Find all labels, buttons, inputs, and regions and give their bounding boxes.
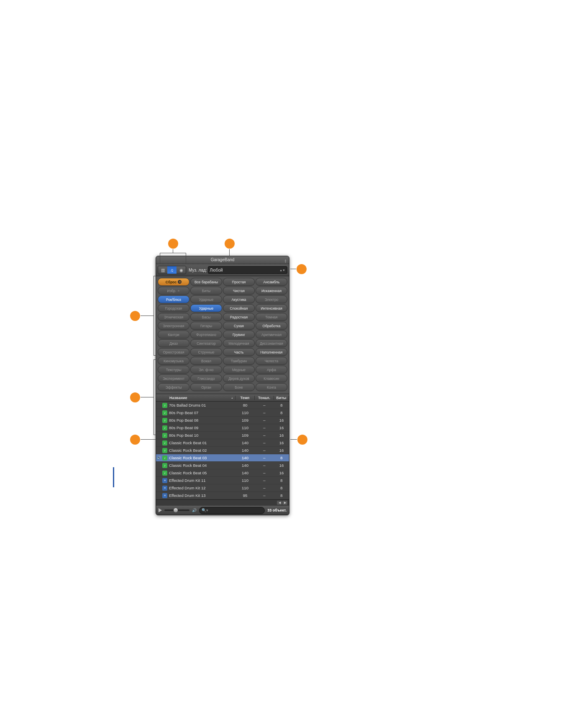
loop-key: – bbox=[255, 448, 274, 453]
column-key[interactable]: Тонал. bbox=[255, 396, 274, 400]
callout-line bbox=[173, 249, 173, 253]
loop-key: – bbox=[255, 493, 274, 498]
tag-часть[interactable]: Часть bbox=[223, 348, 255, 356]
loop-row[interactable]: ♪70s Ballad Drums 0180–8 bbox=[156, 402, 289, 409]
tag-искаженная[interactable]: Искаженная bbox=[256, 287, 287, 295]
loop-tempo: 80 bbox=[235, 403, 255, 407]
podcast-view-button[interactable]: ◉ bbox=[177, 266, 186, 274]
loop-row[interactable]: ♪80s Pop Beat 10109–16 bbox=[156, 432, 289, 439]
tag-ансамбль[interactable]: Ансамбль bbox=[256, 278, 287, 286]
loop-tempo: 140 bbox=[235, 448, 255, 453]
settings-dropdown-icon[interactable]: ‡ bbox=[284, 257, 287, 265]
tag-акустика[interactable]: Акустика bbox=[223, 295, 255, 303]
tag-конга[interactable]: Конга bbox=[256, 383, 287, 391]
loop-row[interactable]: ♪Classic Rock Beat 02140–16 bbox=[156, 447, 289, 454]
tag-синтезатор[interactable]: Синтезатор bbox=[190, 339, 222, 347]
loop-row[interactable]: ≡Effected Drum Kit 11110–8 bbox=[156, 477, 289, 484]
play-button[interactable] bbox=[159, 508, 162, 512]
search-field[interactable]: 🔍▾ bbox=[199, 507, 265, 514]
tag-все-барабаны[interactable]: Все барабаны bbox=[190, 278, 222, 286]
tag-клавесин[interactable]: Клавесин bbox=[256, 374, 287, 382]
tag-арфа[interactable]: Арфа bbox=[256, 366, 287, 374]
tag-радостная[interactable]: Радостная bbox=[223, 313, 255, 321]
tag-ударные[interactable]: Ударные bbox=[190, 295, 222, 303]
tag-спокойная[interactable]: Спокойная bbox=[223, 304, 255, 312]
tag-басы[interactable]: Басы bbox=[190, 313, 222, 321]
tag-наполненная[interactable]: Наполненная bbox=[256, 348, 287, 356]
tag-обработка[interactable]: Обработка bbox=[256, 322, 287, 330]
dropdown-arrows-icon: ▲▼ bbox=[279, 269, 285, 272]
tag-избр-[interactable]: Избр.★ bbox=[158, 287, 189, 295]
loop-key: – bbox=[255, 471, 274, 475]
audio-loop-icon: ≡ bbox=[162, 486, 167, 491]
loop-row[interactable]: ♪Classic Rock Beat 05140–16 bbox=[156, 469, 289, 477]
tag-аритмичная[interactable]: Аритмичная bbox=[256, 331, 287, 339]
scale-dropdown[interactable]: Любой ▲▼ bbox=[208, 266, 287, 274]
tag-медные[interactable]: Медные bbox=[223, 366, 255, 374]
tag-джаз[interactable]: Джаз bbox=[158, 339, 189, 347]
tag-этническая[interactable]: Этническая bbox=[158, 313, 189, 321]
tag-ударные[interactable]: Ударные bbox=[190, 304, 222, 312]
button-view-button[interactable]: ♫ bbox=[167, 266, 177, 274]
tag-мелодичная[interactable]: Мелодичная bbox=[223, 339, 255, 347]
tag-глиссандо[interactable]: Глиссандо bbox=[190, 374, 222, 382]
tag-киномузыка[interactable]: Киномузыка bbox=[158, 357, 189, 365]
tag-грувинг[interactable]: Грувинг bbox=[223, 331, 255, 339]
tag-текстуры[interactable]: Текстуры bbox=[158, 366, 189, 374]
loop-row[interactable]: ♪80s Pop Beat 08109–16 bbox=[156, 417, 289, 424]
reset-x-icon: ✕ bbox=[178, 280, 182, 284]
tag-боне[interactable]: Боне bbox=[223, 383, 255, 391]
loop-key: – bbox=[255, 418, 274, 423]
loop-row[interactable]: 🔊♪Classic Rock Beat 03140–8 bbox=[156, 454, 289, 462]
loop-row[interactable]: ♪80s Pop Beat 07110–8 bbox=[156, 409, 289, 417]
tag-оркестровая[interactable]: Оркестровая bbox=[158, 348, 189, 356]
tag-кантри[interactable]: Кантри bbox=[158, 331, 189, 339]
tag-простая[interactable]: Простая bbox=[223, 278, 255, 286]
tag-диссонантная[interactable]: Диссонантная bbox=[256, 339, 287, 347]
favorite-cell[interactable]: 🔊 bbox=[156, 456, 162, 460]
loop-row[interactable]: ≡Effected Drum Kit 1395–8 bbox=[156, 492, 289, 499]
column-name[interactable]: Название ▲ bbox=[168, 396, 235, 400]
volume-slider[interactable] bbox=[164, 509, 189, 511]
tag-челеста[interactable]: Челеста bbox=[256, 357, 287, 365]
loop-row[interactable]: ♪80s Pop Beat 09110–16 bbox=[156, 424, 289, 432]
tag-сухая[interactable]: Сухая bbox=[223, 322, 255, 330]
tag-электро[interactable]: Электро bbox=[256, 295, 287, 303]
tag-чистая[interactable]: Чистая bbox=[223, 287, 255, 295]
software-loop-icon: ♪ bbox=[162, 448, 167, 453]
tag-городская[interactable]: Городская bbox=[158, 304, 189, 312]
tag-гитары[interactable]: Гитары bbox=[190, 322, 222, 330]
loop-key: – bbox=[255, 403, 274, 407]
tag-орган[interactable]: Орган bbox=[190, 383, 222, 391]
tag-эксперимент[interactable]: Эксперимент bbox=[158, 374, 189, 382]
tag-эл-ф-но[interactable]: Эл. ф-но bbox=[190, 366, 222, 374]
tag-фортепиано[interactable]: Фортепиано bbox=[190, 331, 222, 339]
tag-тамбурин[interactable]: Тамбурин bbox=[223, 357, 255, 365]
volume-knob[interactable] bbox=[174, 508, 178, 512]
favorite-star-icon: ★ bbox=[177, 289, 180, 293]
loop-row[interactable]: ≡Effected Drum Kit 12110–8 bbox=[156, 484, 289, 492]
software-loop-icon: ♪ bbox=[162, 410, 167, 415]
tag-эффекты[interactable]: Эффекты bbox=[158, 383, 189, 391]
horizontal-scrollbar[interactable]: ◀ ▶ bbox=[156, 499, 289, 506]
loop-name: 80s Pop Beat 07 bbox=[168, 410, 235, 415]
tag-сброс[interactable]: Сброс✕ bbox=[158, 278, 189, 286]
tag-вокал[interactable]: Вокал bbox=[190, 357, 222, 365]
scroll-right-icon[interactable]: ▶ bbox=[282, 501, 287, 505]
loop-row[interactable]: ♪Classic Rock Beat 01140–16 bbox=[156, 439, 289, 447]
tag-интенсивная[interactable]: Интенсивная bbox=[256, 304, 287, 312]
tag-электронная[interactable]: Электронная bbox=[158, 322, 189, 330]
loop-browser-panel: GarageBand ‡ ▥ ♫ ◉ Муз. лад: Любой ▲▼ Сб… bbox=[156, 256, 289, 515]
tag-биты[interactable]: Биты bbox=[190, 287, 222, 295]
callout-line bbox=[154, 435, 156, 435]
column-beats[interactable]: Биты bbox=[274, 396, 289, 400]
column-tempo[interactable]: Темп bbox=[235, 396, 255, 400]
loop-name: Effected Drum Kit 12 bbox=[168, 486, 235, 490]
tag-темная[interactable]: Темная bbox=[256, 313, 287, 321]
column-view-button[interactable]: ▥ bbox=[158, 266, 167, 274]
scroll-left-icon[interactable]: ◀ bbox=[277, 501, 282, 505]
loop-row[interactable]: ♪Classic Rock Beat 04140–16 bbox=[156, 462, 289, 469]
tag-дерев-духов[interactable]: Дерев.духов bbox=[223, 374, 255, 382]
tag-струнные[interactable]: Струнные bbox=[190, 348, 222, 356]
tag-рок-блюз[interactable]: Рок/блюз bbox=[158, 295, 189, 303]
